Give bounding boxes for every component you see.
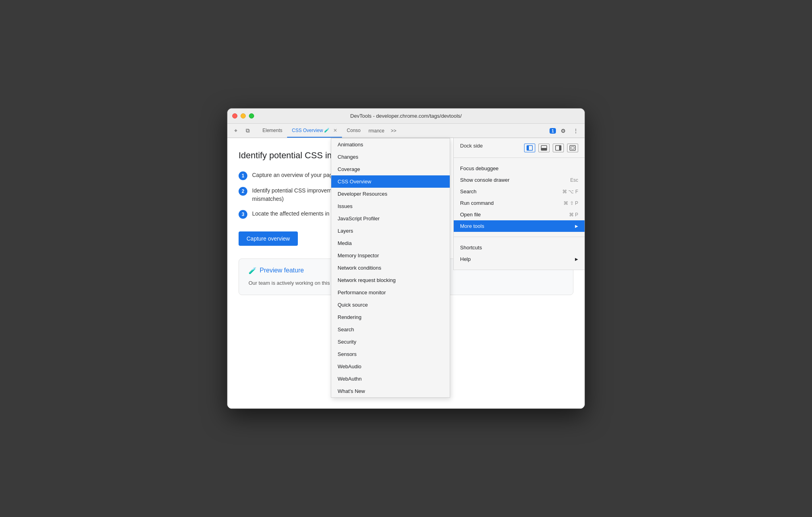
maximize-button[interactable] — [249, 113, 254, 119]
step-num-1: 1 — [239, 171, 247, 180]
context-run-command[interactable]: Run command ⌘ ⇧ P — [454, 197, 585, 209]
shortcut-esc: Esc — [570, 177, 578, 183]
menu-item-javascript-profiler[interactable]: JavaScript Profiler — [331, 212, 450, 225]
more-tools-arrow: ▶ — [575, 224, 578, 228]
menu-item-webaudio[interactable]: WebAudio — [331, 360, 450, 373]
flask-preview-icon: 🧪 — [249, 267, 256, 274]
devtools-window: DevTools - developer.chrome.com/tags/dev… — [227, 108, 585, 409]
svg-rect-3 — [541, 148, 547, 150]
close-button[interactable] — [232, 113, 237, 119]
menu-item-network-conditions[interactable]: Network conditions — [331, 262, 450, 274]
menu-item-search[interactable]: Search — [331, 323, 450, 336]
context-more-tools[interactable]: More tools ▶ — [454, 220, 585, 232]
more-options-icon[interactable]: ⋮ — [570, 125, 581, 136]
svg-rect-1 — [527, 146, 529, 150]
minimize-button[interactable] — [241, 113, 246, 119]
dock-section: Dock side — [454, 138, 585, 158]
step-num-2: 2 — [239, 187, 247, 196]
settings-icon[interactable]: ⚙ — [558, 125, 569, 136]
menu-item-developer-resources[interactable]: Developer Resources — [331, 188, 450, 200]
menu-item-webauthn[interactable]: WebAuthn — [331, 373, 450, 385]
tab-css-overview[interactable]: CSS Overview 🧪 ✕ — [287, 124, 342, 138]
tabbar: ⌖ ⧉ Elements CSS Overview 🧪 ✕ Conso rman… — [227, 124, 585, 138]
menu-item-issues[interactable]: Issues — [331, 200, 450, 212]
context-lower-section: Shortcuts Help ▶ — [454, 237, 585, 270]
tab-elements[interactable]: Elements — [258, 124, 287, 138]
tab-console[interactable]: Conso — [342, 124, 365, 138]
menu-item-coverage[interactable]: Coverage — [331, 163, 450, 175]
menu-item-memory-inspector[interactable]: Memory Inspector — [331, 249, 450, 262]
traffic-lights — [232, 113, 254, 119]
context-upper-section: Focus debuggee Show console drawer Esc S… — [454, 158, 585, 237]
context-shortcuts[interactable]: Shortcuts — [454, 242, 585, 253]
toolbar-right: 1 ⚙ ⋮ — [550, 124, 581, 138]
shortcut-run-command: ⌘ ⇧ P — [563, 200, 578, 206]
help-arrow: ▶ — [575, 257, 578, 261]
context-menu[interactable]: Dock side — [453, 138, 585, 270]
menu-item-css-overview[interactable]: CSS Overview — [331, 175, 450, 188]
menu-item-security[interactable]: Security — [331, 336, 450, 348]
shortcut-open-file: ⌘ P — [569, 212, 578, 218]
cursor-icon[interactable]: ⌖ — [231, 126, 241, 136]
dock-bottom-icon[interactable] — [538, 144, 550, 152]
context-search[interactable]: Search ⌘ ⌥ F — [454, 186, 585, 197]
tab-toolbar-icons: ⌖ ⧉ — [231, 124, 258, 138]
more-tools-menu[interactable]: Animations Changes Coverage CSS Overview… — [331, 138, 450, 398]
menu-item-layers[interactable]: Layers — [331, 225, 450, 237]
menu-item-quick-source[interactable]: Quick source — [331, 299, 450, 311]
menu-item-performance-monitor[interactable]: Performance monitor — [331, 286, 450, 299]
context-open-file[interactable]: Open file ⌘ P — [454, 209, 585, 220]
chat-badge[interactable]: 1 — [550, 128, 556, 134]
preview-title-text: Preview feature — [260, 267, 304, 274]
context-help[interactable]: Help ▶ — [454, 253, 585, 265]
titlebar: DevTools - developer.chrome.com/tags/dev… — [227, 109, 585, 124]
main-area: Identify potential CSS improvements 1 Ca… — [227, 138, 585, 408]
tab-performance-partial: rmance — [365, 124, 388, 138]
svg-rect-5 — [559, 146, 561, 150]
layers-icon[interactable]: ⧉ — [243, 126, 253, 136]
context-focus-debuggee[interactable]: Focus debuggee — [454, 163, 585, 174]
menu-item-media[interactable]: Media — [331, 237, 450, 249]
undock-icon[interactable] — [567, 144, 578, 152]
menu-item-changes[interactable]: Changes — [331, 151, 450, 163]
context-show-console-drawer[interactable]: Show console drawer Esc — [454, 174, 585, 186]
menu-item-whats-new[interactable]: What's New — [331, 385, 450, 397]
shortcut-search: ⌘ ⌥ F — [562, 189, 578, 194]
dock-right-icon[interactable] — [553, 144, 564, 152]
dock-label: Dock side — [460, 143, 483, 149]
menu-item-sensors[interactable]: Sensors — [331, 348, 450, 360]
svg-rect-7 — [571, 147, 574, 149]
dock-icons — [524, 144, 578, 152]
step-num-3: 3 — [239, 210, 247, 219]
menu-item-rendering[interactable]: Rendering — [331, 311, 450, 323]
menu-item-animations[interactable]: Animations — [331, 138, 450, 151]
more-tabs-button[interactable]: >> — [388, 124, 400, 138]
capture-overview-button[interactable]: Capture overview — [239, 231, 298, 246]
window-title: DevTools - developer.chrome.com/tags/dev… — [350, 113, 462, 119]
menu-item-network-request-blocking[interactable]: Network request blocking — [331, 274, 450, 286]
tab-close-icon[interactable]: ✕ — [333, 128, 337, 133]
flask-icon: 🧪 — [324, 128, 330, 133]
dock-left-icon[interactable] — [524, 144, 535, 152]
